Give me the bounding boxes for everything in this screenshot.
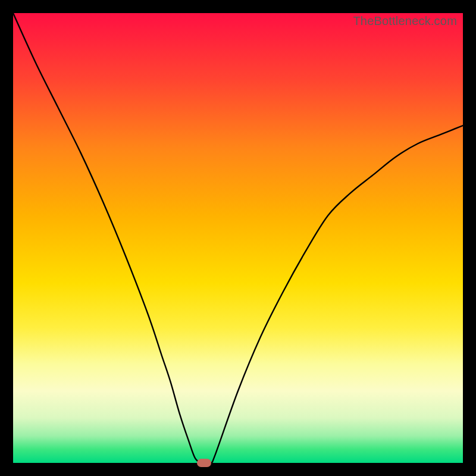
minimum-marker	[197, 459, 211, 467]
bottleneck-curve	[13, 13, 463, 463]
chart-container: TheBottleneck.com	[0, 0, 476, 476]
plot-area: TheBottleneck.com	[13, 13, 463, 463]
